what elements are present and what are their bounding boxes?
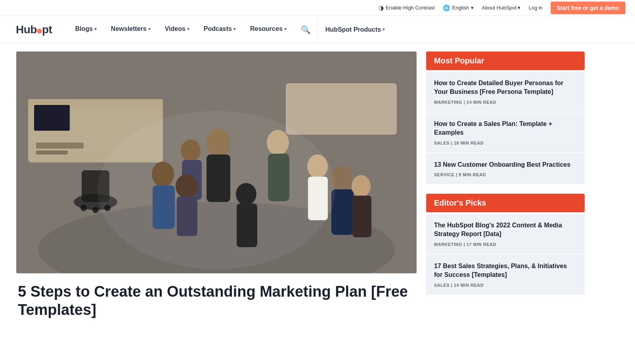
language-label: English [452,5,469,11]
most-popular-item-3[interactable]: 13 New Customer Onboarding Best Practice… [426,153,585,184]
editors-picks-item-2-meta: SALES | 14 MIN READ [434,283,577,288]
most-popular-cards: How to Create Detailed Buyer Personas fo… [426,72,585,184]
newsletters-chevron: ▾ [148,27,151,32]
editors-picks-item-2[interactable]: 17 Best Sales Strategies, Plans, & Initi… [426,255,585,295]
products-chevron: ▾ [383,27,385,32]
svg-rect-26 [352,196,371,237]
article-title: 5 Steps to Create an Outstanding Marketi… [16,283,417,319]
nav-blogs[interactable]: Blogs ▾ [68,16,103,44]
nav-newsletters[interactable]: Newsletters ▾ [104,16,158,44]
about-label: About HubSpot [482,5,516,11]
most-popular-item-3-title: 13 New Customer Onboarding Best Practice… [434,160,577,169]
most-popular-item-1-title: How to Create Detailed Buyer Personas fo… [434,79,577,97]
main-nav: Hubpt Blogs ▾ Newsletters ▾ Videos ▾ Pod… [0,16,635,44]
nav-resources[interactable]: Resources ▾ [243,16,294,44]
main-content: 5 Steps to Create an Outstanding Marketi… [16,51,417,319]
svg-point-25 [352,175,371,197]
search-icon: 🔍 [301,25,311,34]
editors-picks-cards: The HubSpot Blog's 2022 Content & Media … [426,214,585,295]
content-wrapper: 5 Steps to Create an Outstanding Marketi… [8,44,627,319]
contrast-label: Enable High Contrast [386,5,435,11]
most-popular-item-2-title: How to Create a Sales Plan: Template + E… [434,120,577,137]
top-bar: ◑ Enable High Contrast 🌐 English ▾ About… [0,0,635,16]
logo-dot [37,29,42,34]
contrast-icon: ◑ [379,4,384,11]
most-popular-item-2[interactable]: How to Create a Sales Plan: Template + E… [426,112,585,152]
hubspot-logo[interactable]: Hubpt [16,23,52,36]
nav-links: Blogs ▾ Newsletters ▾ Videos ▾ Podcasts … [68,16,619,44]
hero-svg [16,51,417,273]
sidebar: Most Popular How to Create Detailed Buye… [426,51,585,319]
most-popular-item-1[interactable]: How to Create Detailed Buyer Personas fo… [426,72,585,112]
svg-point-30 [80,205,87,211]
editors-picks-item-1[interactable]: The HubSpot Blog's 2022 Content & Media … [426,214,585,254]
most-popular-item-2-meta: SALES | 18 MIN READ [434,141,577,145]
podcasts-chevron: ▾ [233,27,236,32]
svg-rect-28 [36,143,84,149]
most-popular-item-1-meta: MARKETING | 14 MIN READ [434,100,577,105]
about-hubspot-link[interactable]: About HubSpot ▾ [482,5,520,11]
hero-image [16,51,417,273]
login-link[interactable]: Log in [528,5,542,11]
nav-videos[interactable]: Videos ▾ [158,16,197,44]
most-popular-heading: Most Popular [426,51,585,70]
cta-button[interactable]: Start free or get a demo [551,2,625,14]
resources-chevron: ▾ [284,27,287,32]
hubspot-products-button[interactable]: HubSpot Products ▾ [318,16,392,44]
svg-point-31 [104,205,111,211]
editors-picks-item-2-title: 17 Best Sales Strategies, Plans, & Initi… [434,262,577,280]
videos-chevron: ▾ [187,27,189,32]
editors-picks-item-1-meta: MARKETING | 17 MIN READ [434,242,577,247]
svg-rect-29 [36,151,68,154]
language-chevron: ▾ [471,5,474,11]
language-selector[interactable]: 🌐 English ▾ [443,4,474,11]
svg-point-32 [92,207,99,213]
high-contrast-toggle[interactable]: ◑ Enable High Contrast [379,4,435,11]
search-button[interactable]: 🔍 [294,16,318,44]
about-chevron: ▾ [518,5,520,11]
svg-rect-5 [34,105,70,131]
svg-rect-8 [286,83,397,135]
blogs-chevron: ▾ [94,27,97,32]
nav-podcasts[interactable]: Podcasts ▾ [197,16,243,44]
globe-icon: 🌐 [443,4,450,11]
most-popular-item-3-meta: SERVICE | 9 MIN READ [434,172,577,177]
editors-picks-item-1-title: The HubSpot Blog's 2022 Content & Media … [434,221,577,239]
svg-point-27 [98,111,335,269]
editors-picks-heading: Editor's Picks [426,194,585,212]
